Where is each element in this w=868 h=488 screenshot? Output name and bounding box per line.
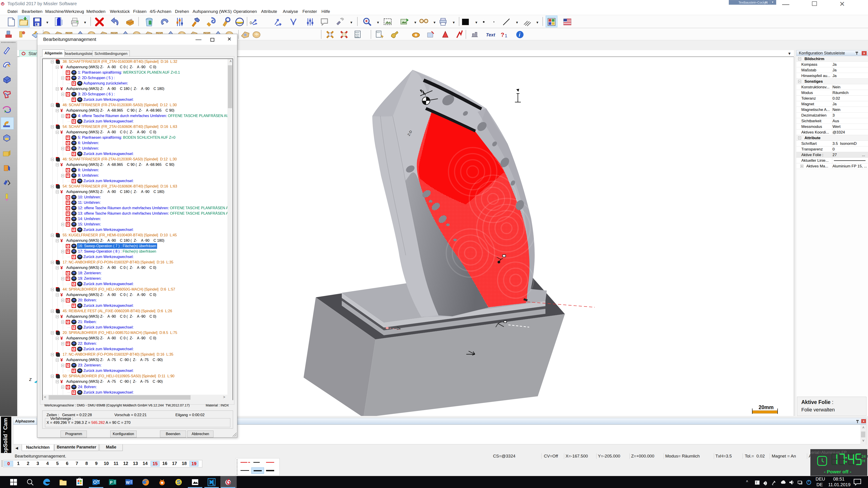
svg-text:24: 24 [862,454,866,459]
svg-text:64: 64 [212,484,215,486]
svg-text:z: z [29,377,32,382]
svg-text:N10: N10 [355,31,359,34]
svg-text:?: ? [501,31,504,38]
svg-text:1: 1 [505,33,507,38]
svg-text:T: T [756,481,757,484]
svg-text:P: P [110,480,113,485]
svg-text:0: 0 [250,21,252,25]
svg-text:H: H [862,459,865,463]
svg-text:N10: N10 [377,31,380,33]
svg-text:W: W [126,480,130,485]
svg-text:G81: G81 [355,36,359,38]
svg-text:S: S [177,479,181,486]
svg-text:Text: Text [486,32,495,37]
